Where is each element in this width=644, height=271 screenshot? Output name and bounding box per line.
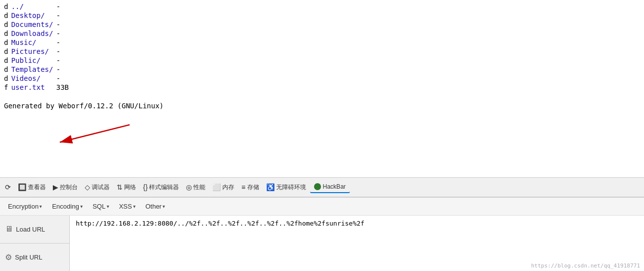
file-link[interactable]: Templates/ xyxy=(11,65,53,73)
hackbar-action-buttons: 🖥 Load URL ⚙ Split URL xyxy=(0,216,70,271)
file-size: 33B xyxy=(56,83,72,92)
encoding-arrow-icon: ▾ xyxy=(80,204,83,209)
memory-icon: ⬜ xyxy=(212,183,221,191)
split-url-icon: ⚙ xyxy=(5,253,12,262)
table-row: dMusic/- xyxy=(4,38,72,47)
other-arrow-icon: ▾ xyxy=(162,204,165,209)
table-row: dVideos/- xyxy=(4,74,72,83)
devtools-memory-btn[interactable]: ⬜ 内存 xyxy=(209,181,237,194)
xss-label: XSS xyxy=(119,203,132,210)
file-link[interactable]: Documents/ xyxy=(11,20,53,28)
encoding-label: Encoding xyxy=(52,203,79,210)
sql-arrow-icon: ▾ xyxy=(107,204,109,209)
file-name: Public/ xyxy=(11,56,56,65)
file-type: d xyxy=(4,65,11,74)
generated-by-text: Generated by Weborf/0.12.2 (GNU/Linux) xyxy=(4,102,640,110)
devtools-toolbar: ⟳ 🔲 查看器 ▶ 控制台 ◇ 调试器 ⇅ 网络 {} 样式编辑器 ◎ 性能 ⬜… xyxy=(0,177,644,197)
file-type: d xyxy=(4,74,11,83)
devtools-style-btn[interactable]: {} 样式编辑器 xyxy=(140,181,182,194)
encryption-label: Encryption xyxy=(8,203,38,210)
table-row: fuser.txt33B xyxy=(4,83,72,92)
watermark: https://blog.csdn.net/qq_41918771 xyxy=(531,263,640,269)
file-size: - xyxy=(56,11,72,20)
file-name: ../ xyxy=(11,2,56,11)
file-type: d xyxy=(4,47,11,56)
perf-icon: ◎ xyxy=(186,183,192,191)
table-row: dTemplates/- xyxy=(4,65,72,74)
devtools-console-btn[interactable]: ▶ 控制台 xyxy=(50,181,81,194)
menu-other[interactable]: Other ▾ xyxy=(142,201,169,212)
devtools-inspector-btn[interactable]: 🔲 查看器 xyxy=(15,181,49,194)
url-input-area: https://blog.csdn.net/qq_41918771 xyxy=(70,216,644,271)
storage-icon: ≡ xyxy=(241,183,245,191)
table-row: dPictures/- xyxy=(4,47,72,56)
hackbar-tab-label: HackBar xyxy=(323,183,346,190)
devtools-debugger-btn[interactable]: ◇ 调试器 xyxy=(82,181,113,194)
file-size: - xyxy=(56,56,72,65)
file-name: Desktop/ xyxy=(11,11,56,20)
file-size: - xyxy=(56,74,72,83)
file-name: Downloads/ xyxy=(11,29,56,38)
split-url-button[interactable]: ⚙ Split URL xyxy=(0,244,69,271)
devtools-accessibility-btn[interactable]: ♿ 无障碍环境 xyxy=(263,181,309,194)
sql-label: SQL xyxy=(93,203,106,210)
file-type: d xyxy=(4,38,11,47)
hackbar-url-area: 🖥 Load URL ⚙ Split URL https://blog.csdn… xyxy=(0,216,644,271)
hackbar-panel: Encryption ▾ Encoding ▾ SQL ▾ XSS ▾ Othe… xyxy=(0,197,644,271)
file-type: d xyxy=(4,2,11,11)
file-size: - xyxy=(56,20,72,29)
file-size: - xyxy=(56,47,72,56)
inspector-icon: 🔲 xyxy=(18,183,26,191)
load-url-icon: 🖥 xyxy=(5,225,13,234)
file-name: Templates/ xyxy=(11,65,56,74)
xss-arrow-icon: ▾ xyxy=(133,204,136,209)
console-icon: ▶ xyxy=(53,183,58,191)
accessibility-label: 无障碍环境 xyxy=(276,183,306,192)
menu-encryption[interactable]: Encryption ▾ xyxy=(4,201,46,212)
file-type: d xyxy=(4,29,11,38)
inspector-label: 查看器 xyxy=(28,183,46,192)
menu-xss[interactable]: XSS ▾ xyxy=(115,201,140,212)
file-type: d xyxy=(4,11,11,20)
devtools-reload-btn[interactable]: ⟳ xyxy=(2,181,14,193)
file-link[interactable]: Desktop/ xyxy=(11,11,44,19)
table-row: dDownloads/- xyxy=(4,29,72,38)
storage-label: 存储 xyxy=(247,183,259,192)
style-label: 样式编辑器 xyxy=(149,183,179,192)
file-link[interactable]: Music/ xyxy=(11,38,36,46)
devtools-network-btn[interactable]: ⇅ 网络 xyxy=(114,181,139,194)
file-link[interactable]: Videos/ xyxy=(11,74,40,82)
file-size: - xyxy=(56,38,72,47)
hackbar-tab-btn[interactable]: HackBar xyxy=(310,181,350,193)
file-size: - xyxy=(56,65,72,74)
load-url-button[interactable]: 🖥 Load URL xyxy=(0,216,69,244)
file-size: - xyxy=(56,2,72,11)
file-link[interactable]: Public/ xyxy=(11,56,40,64)
watermark-link[interactable]: https://blog.csdn.net/qq_41918771 xyxy=(531,263,640,269)
perf-label: 性能 xyxy=(193,183,205,192)
file-link[interactable]: user.txt xyxy=(11,83,44,91)
console-label: 控制台 xyxy=(60,183,78,192)
file-table: d../-dDesktop/-dDocuments/-dDownloads/-d… xyxy=(4,2,72,92)
devtools-perf-btn[interactable]: ◎ 性能 xyxy=(183,181,208,194)
file-link[interactable]: Pictures/ xyxy=(11,47,49,55)
reload-icon: ⟳ xyxy=(5,183,11,191)
table-row: d../- xyxy=(4,2,72,11)
memory-label: 内存 xyxy=(222,183,234,192)
other-label: Other xyxy=(146,203,162,210)
file-size: - xyxy=(56,29,72,38)
file-name: Music/ xyxy=(11,38,56,47)
file-link[interactable]: ../ xyxy=(11,2,23,10)
file-link[interactable]: Downloads/ xyxy=(11,29,53,37)
hackbar-dot-icon xyxy=(314,183,321,190)
load-url-label: Load URL xyxy=(16,226,45,233)
menu-sql[interactable]: SQL ▾ xyxy=(89,201,113,212)
accessibility-icon: ♿ xyxy=(266,183,275,191)
network-icon: ⇅ xyxy=(117,183,123,191)
file-name: user.txt xyxy=(11,83,56,92)
debugger-icon: ◇ xyxy=(85,183,90,191)
menu-encoding[interactable]: Encoding ▾ xyxy=(48,201,86,212)
devtools-storage-btn[interactable]: ≡ 存储 xyxy=(238,181,262,194)
file-name: Videos/ xyxy=(11,74,56,83)
file-type: d xyxy=(4,56,11,65)
